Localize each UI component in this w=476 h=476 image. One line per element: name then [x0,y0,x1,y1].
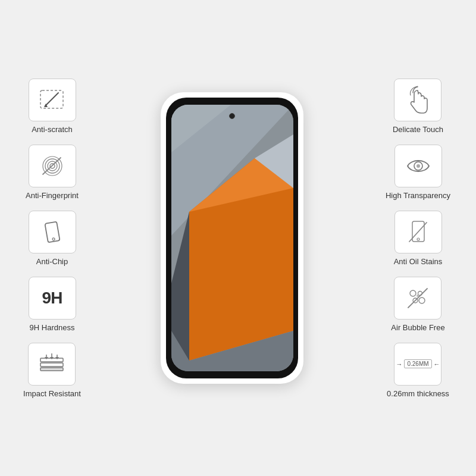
air-bubble-icon [402,284,433,312]
feature-high-transparency: High Transparency [386,145,450,200]
anti-scratch-icon [37,86,68,114]
svg-line-1 [45,93,58,106]
anti-chip-label: Anti-Chip [36,257,68,266]
delicate-touch-label: Delicate Touch [393,125,443,134]
air-bubble-icon-box [394,277,441,320]
impact-resistant-label: Impact Resistant [23,389,81,398]
phone-center [98,92,366,384]
anti-oil-icon [403,218,434,246]
thickness-inner: → 0.26MM ← [396,359,440,368]
thickness-label: 0.26mm thickness [387,389,449,398]
delicate-touch-icon-box [394,79,441,121]
anti-chip-icon-box [29,211,76,253]
anti-scratch-icon-box [29,79,76,121]
feature-anti-chip: Anti-Chip [29,211,76,266]
phone-body [166,98,298,378]
fingerprint-icon [37,152,68,180]
feature-delicate-touch: Delicate Touch [393,79,443,134]
high-transparency-icon-box [394,145,442,187]
anti-chip-icon [37,218,68,246]
svg-point-31 [417,238,419,240]
svg-point-33 [410,290,416,296]
phone-wallpaper [171,105,293,371]
svg-point-36 [419,298,425,303]
camera-dot [229,113,235,119]
left-features-column: Anti-scratch Anti-Fingerprint [6,79,98,398]
9h-hardness-label: 9H Hardness [30,323,75,332]
feature-9h-hardness: 9H 9H Hardness [29,277,76,332]
thickness-arrows: → 0.26MM ← [396,359,440,368]
feature-anti-scratch: Anti-scratch [29,79,76,134]
air-bubble-label: Air Bubble Free [391,323,444,332]
svg-rect-12 [40,363,63,367]
arrow-left: → [396,361,402,368]
main-container: Anti-scratch Anti-Fingerprint [0,0,476,476]
anti-scratch-label: Anti-scratch [32,125,73,134]
feature-impact-resistant: Impact Resistant [23,343,81,398]
impact-resistant-icon [35,350,69,378]
svg-point-10 [52,237,55,240]
feature-air-bubble-free: Air Bubble Free [391,277,444,332]
9h-hardness-icon-box: 9H [29,277,76,320]
thickness-icon-box: → 0.26MM ← [394,343,441,386]
impact-resistant-icon-box [28,343,76,386]
high-transparency-icon [403,152,434,180]
svg-rect-13 [40,368,63,371]
phone-outer-shell [161,92,303,384]
phone-screen [171,105,293,371]
anti-oil-icon-box [394,211,442,253]
anti-fingerprint-icon-box [29,145,76,187]
arrow-right: ← [434,361,440,368]
anti-oil-label: Anti Oil Stains [394,257,443,266]
anti-fingerprint-label: Anti-Fingerprint [26,191,79,200]
delicate-touch-icon [402,84,433,115]
high-transparency-label: High Transparency [386,191,450,200]
feature-anti-oil: Anti Oil Stains [394,211,443,266]
9h-hardness-icon: 9H [42,289,62,308]
wallpaper-svg [171,105,293,371]
feature-thickness: → 0.26MM ← 0.26mm thickness [387,343,449,398]
svg-point-29 [416,164,420,168]
right-features-column: Delicate Touch High Transparency [366,79,470,398]
thickness-value: 0.26MM [404,359,431,368]
feature-anti-fingerprint: Anti-Fingerprint [26,145,79,200]
